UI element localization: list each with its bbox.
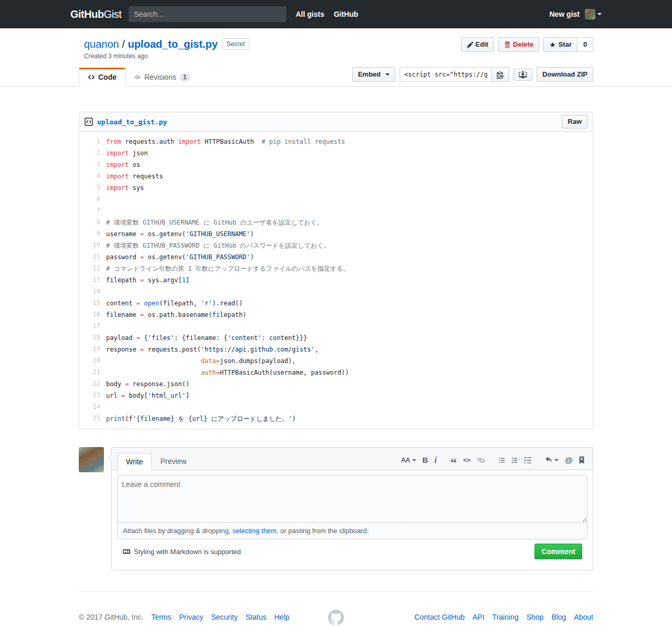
chevron-down-icon xyxy=(554,459,559,463)
copy-button[interactable] xyxy=(491,67,509,82)
code-line-content: import sys xyxy=(106,182,354,194)
line-number: 17 xyxy=(79,321,106,332)
text-size-icon[interactable]: AA xyxy=(398,455,419,465)
footer-link-api[interactable]: API xyxy=(472,613,485,621)
owner-link[interactable]: quanon xyxy=(84,38,119,50)
italic-icon[interactable]: i xyxy=(431,455,439,465)
download-raw-button[interactable] xyxy=(513,69,532,81)
edit-button[interactable]: Edit xyxy=(461,37,495,52)
line-number: 19 xyxy=(79,344,106,355)
code-line-content: password = os.getenv('GITHUB_PASSWORD') xyxy=(106,251,354,263)
line-number: 8 xyxy=(79,217,106,228)
footer-link-contact[interactable]: Contact GitHub xyxy=(414,613,465,621)
footer-link-status[interactable]: Status xyxy=(246,613,267,621)
code-line: 4import requests xyxy=(79,171,354,182)
nav-links: All gists GitHub xyxy=(296,10,358,18)
attach-text-suffix: , or pasting from the clipboard. xyxy=(277,527,369,535)
markdown-icon xyxy=(122,548,131,555)
line-number: 6 xyxy=(79,194,106,205)
code-line: 25print(f'{filename} を {url} にアップロードしました… xyxy=(79,413,354,425)
code-line-content xyxy=(106,286,354,298)
created-timestamp: Created 3 minutes ago xyxy=(84,52,249,60)
footer-link-blog[interactable]: Blog xyxy=(551,613,566,621)
gist-logo[interactable]: GitHubGist xyxy=(70,8,121,20)
github-logo-icon[interactable] xyxy=(328,610,344,626)
comment-box: Write Preview AABi“<>@ Attach files by d… xyxy=(111,447,593,570)
code-line-content xyxy=(106,401,354,413)
reply-icon[interactable] xyxy=(542,455,562,465)
comment-section: Write Preview AABi“<>@ Attach files by d… xyxy=(79,447,593,570)
footer-link-privacy[interactable]: Privacy xyxy=(179,613,203,621)
search-input[interactable] xyxy=(129,6,286,22)
star-icon: ★ xyxy=(549,41,556,48)
code-line: 3import os xyxy=(79,159,354,171)
code-line-content: payload = {'files': {filename: {'content… xyxy=(106,332,354,344)
code-line-content xyxy=(106,194,354,205)
code-line: 12# コマンドライン引数の第 1 引数にアップロードするファイルのパスを指定す… xyxy=(79,263,354,274)
star-count[interactable]: 0 xyxy=(578,37,593,52)
gist-file-box: upload_to_gist.py Raw 1from requests.aut… xyxy=(79,112,593,429)
markdown-note: Styling with Markdown is supported xyxy=(122,548,241,556)
code-table-body: 1from requests.auth import HTTPBasicAuth… xyxy=(79,136,354,425)
comment-input[interactable] xyxy=(118,476,587,522)
mention-icon[interactable]: @ xyxy=(562,455,576,465)
tab-code[interactable]: Code xyxy=(79,68,125,87)
tab-preview[interactable]: Preview xyxy=(152,453,195,470)
line-number: 2 xyxy=(79,147,106,159)
code-table: 1from requests.auth import HTTPBasicAuth… xyxy=(79,136,354,425)
comment-submit-button[interactable]: Comment xyxy=(534,544,582,559)
code-line-content: auth=HTTPBasicAuth(username, password)) xyxy=(106,367,354,378)
footer-link-training[interactable]: Training xyxy=(492,613,519,621)
comment-tabs: Write Preview AABi“<>@ xyxy=(112,448,593,470)
embed-url-input[interactable] xyxy=(400,67,491,82)
page-title: quanon / upload_to_gist.pySecret xyxy=(84,37,249,51)
list-unordered-icon[interactable] xyxy=(496,455,508,465)
quote-icon[interactable]: “ xyxy=(447,457,460,464)
tab-write[interactable]: Write xyxy=(117,453,152,470)
code-icon[interactable]: <> xyxy=(460,455,474,465)
new-gist-link[interactable]: New gist xyxy=(549,10,580,18)
markdown-note-label: Styling with Markdown is supported xyxy=(134,548,241,556)
line-number: 10 xyxy=(79,240,106,251)
code-icon xyxy=(88,73,95,81)
logo-gist: Gist xyxy=(104,8,122,20)
list-ordered-icon[interactable] xyxy=(508,455,521,465)
footer-link-shop[interactable]: Shop xyxy=(527,613,544,621)
saved-replies-icon[interactable] xyxy=(576,455,587,465)
line-number: 20 xyxy=(79,355,106,367)
embed-dropdown[interactable]: Embed xyxy=(352,67,395,82)
footer-link-about[interactable]: About xyxy=(574,613,593,621)
download-zip-button[interactable]: Download ZIP xyxy=(537,67,593,82)
file-name-link[interactable]: upload_to_gist.py xyxy=(97,118,167,126)
line-number: 24 xyxy=(79,401,106,413)
nav-github[interactable]: GitHub xyxy=(334,10,359,18)
tab-revisions[interactable]: Revisions 1 xyxy=(125,68,198,86)
code-line: 16filename = os.path.basename(filepath) xyxy=(79,309,354,321)
delete-button[interactable]: Delete xyxy=(498,37,539,52)
gist-filename-link[interactable]: upload_to_gist.py xyxy=(128,38,217,50)
line-number: 21 xyxy=(79,367,106,378)
bold-icon[interactable]: B xyxy=(419,455,432,465)
tasklist-icon[interactable] xyxy=(521,455,534,465)
attach-files-bar: Attach files by dragging & dropping, sel… xyxy=(118,522,587,539)
user-menu[interactable] xyxy=(585,9,602,19)
select-files-link[interactable]: selecting them xyxy=(233,527,277,535)
textarea-wrap: Attach files by dragging & dropping, sel… xyxy=(117,475,587,539)
line-number: 23 xyxy=(79,390,106,401)
code-line-content: response = requests.post('https://api.gi… xyxy=(106,344,354,355)
footer-link-security[interactable]: Security xyxy=(211,613,238,621)
nav-all-gists[interactable]: All gists xyxy=(296,10,324,18)
code-line: 10# 環境変数 GITHUB_PASSWORD に GitHub のパスワード… xyxy=(79,240,354,251)
line-number: 4 xyxy=(79,171,106,182)
code-line: 2import json xyxy=(79,147,354,159)
raw-button[interactable]: Raw xyxy=(562,115,587,129)
code-line-content xyxy=(106,205,354,217)
code-line: 1from requests.auth import HTTPBasicAuth… xyxy=(79,136,354,147)
tab-revisions-label: Revisions xyxy=(144,73,176,81)
code-line: 17 xyxy=(79,321,354,332)
tab-code-label: Code xyxy=(98,73,117,81)
footer-link-terms[interactable]: Terms xyxy=(151,613,171,621)
footer-link-help[interactable]: Help xyxy=(274,613,289,621)
link-icon[interactable] xyxy=(474,455,488,465)
star-button[interactable]: ★ Star xyxy=(543,37,578,52)
